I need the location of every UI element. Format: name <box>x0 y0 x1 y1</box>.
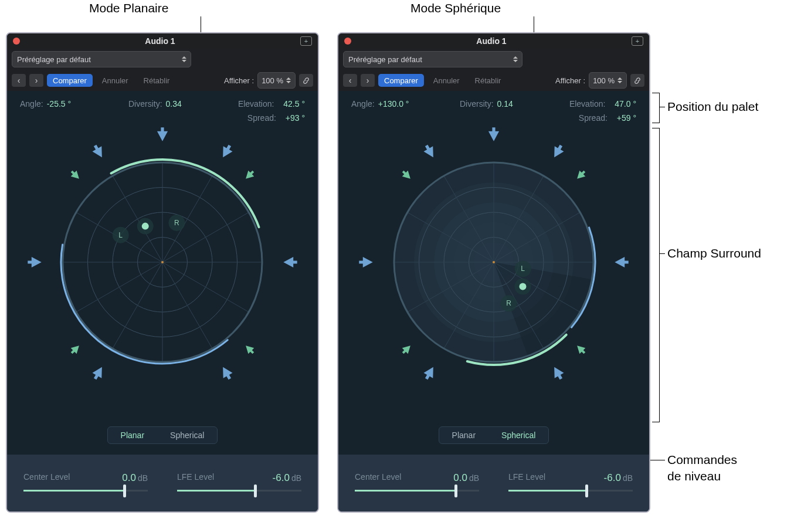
lfe-level-label: LFE Level <box>508 472 545 484</box>
diversity-label: Diversity: <box>128 99 162 109</box>
center-level-unit: dB <box>138 473 148 483</box>
center-level-slider[interactable] <box>355 490 479 492</box>
speaker-icon <box>69 343 82 356</box>
lfe-level-unit: dB <box>623 473 633 483</box>
diversity-value[interactable]: 0.34 <box>166 99 182 109</box>
annotation-bracket <box>652 128 660 422</box>
angle-value[interactable]: +130.0 ° <box>378 99 409 109</box>
svg-point-52 <box>519 283 526 290</box>
toolbar: ‹ › Comparer Annuler Rétablir Afficher :… <box>338 70 649 91</box>
close-icon[interactable] <box>13 38 20 45</box>
center-level-value[interactable]: 0.0 <box>122 472 136 483</box>
speaker-icon <box>283 257 297 267</box>
speaker-icon <box>243 343 256 356</box>
angle-label: Angle: <box>20 99 43 109</box>
compare-button[interactable]: Comparer <box>47 74 93 87</box>
speaker-icon <box>28 257 41 267</box>
window-title: Audio 1 <box>20 36 300 46</box>
show-label: Afficher : <box>224 76 254 85</box>
spread-label: Spread: <box>247 113 276 123</box>
speaker-icon <box>218 364 234 381</box>
angle-value[interactable]: -25.5 ° <box>47 99 71 109</box>
surround-field[interactable]: LR <box>338 127 649 421</box>
prev-button[interactable]: ‹ <box>12 74 26 87</box>
panner-window-planar: Audio 1 + Préréglage par défaut ‹ › Comp… <box>6 32 319 513</box>
cancel-button[interactable]: Annuler <box>427 74 466 87</box>
svg-text:L: L <box>118 231 123 239</box>
annotation-line <box>659 107 665 107</box>
parameter-readout: Angle:-25.5 ° Diversity:0.34 Elevation: … <box>7 91 318 127</box>
close-icon[interactable] <box>344 38 351 45</box>
speaker-icon <box>615 257 628 267</box>
link-icon[interactable] <box>630 74 644 87</box>
surround-field[interactable]: LR <box>7 127 318 421</box>
lfe-level-value[interactable]: -6.0 <box>604 472 621 483</box>
compare-button[interactable]: Comparer <box>378 74 424 87</box>
next-button[interactable]: › <box>29 74 43 87</box>
diversity-value[interactable]: 0.14 <box>497 99 513 109</box>
lfe-level-slider[interactable] <box>177 490 301 492</box>
preset-select[interactable]: Préréglage par défaut <box>343 51 522 67</box>
cancel-button[interactable]: Annuler <box>96 74 134 87</box>
center-level-control: Center Level 0.0dB <box>23 472 148 513</box>
speaker-icon <box>574 168 588 182</box>
mode-toggle: Planar Spherical <box>7 421 318 455</box>
annotation-mode-spherical: Mode Sphérique <box>410 1 501 15</box>
svg-line-11 <box>113 262 162 348</box>
zoom-select[interactable]: 100 % <box>589 72 627 89</box>
level-controls: Center Level 0.0dB LFE Level -6.0dB <box>338 455 649 513</box>
annotation-line <box>659 253 665 254</box>
speaker-icon <box>90 143 106 160</box>
speaker-icon <box>400 168 413 182</box>
speaker-icon <box>422 143 437 160</box>
annotation-surround-field: Champ Surround <box>667 246 761 260</box>
annotation-mode-planar: Mode Planaire <box>89 1 168 15</box>
mode-spherical-button[interactable]: Spherical <box>157 427 217 443</box>
preset-select[interactable]: Préréglage par défaut <box>12 51 191 67</box>
spread-value[interactable]: +59 ° <box>617 113 636 123</box>
elevation-label: Elevation: <box>569 99 605 109</box>
speaker-icon <box>359 257 372 267</box>
annotation-level-controls-1: Commandes <box>667 453 737 467</box>
mode-planar-button[interactable]: Planar <box>439 427 488 443</box>
spread-value[interactable]: +93 ° <box>286 113 305 123</box>
redo-button[interactable]: Rétablir <box>469 74 507 87</box>
svg-text:R: R <box>174 219 179 227</box>
lfe-level-control: LFE Level -6.0dB <box>508 472 633 513</box>
lfe-level-value[interactable]: -6.0 <box>273 472 290 483</box>
prev-button[interactable]: ‹ <box>343 74 357 87</box>
svg-point-17 <box>161 261 164 263</box>
mode-spherical-button[interactable]: Spherical <box>488 427 548 443</box>
add-icon[interactable]: + <box>632 36 643 46</box>
link-icon[interactable] <box>299 74 313 87</box>
next-button[interactable]: › <box>361 74 375 87</box>
elevation-value[interactable]: 47.0 ° <box>615 99 636 109</box>
mode-toggle: Planar Spherical <box>338 421 649 455</box>
speaker-icon <box>400 343 413 356</box>
speaker-icon <box>69 168 82 182</box>
title-bar[interactable]: Audio 1 + <box>338 33 649 49</box>
annotation-line <box>650 460 665 460</box>
add-icon[interactable]: + <box>300 36 312 46</box>
svg-line-15 <box>113 176 162 262</box>
svg-text:L: L <box>521 265 525 273</box>
speaker-icon <box>488 127 499 141</box>
svg-line-8 <box>162 262 249 312</box>
speaker-icon <box>157 127 168 141</box>
speaker-icon <box>422 364 437 381</box>
center-level-value[interactable]: 0.0 <box>453 472 467 483</box>
mode-planar-button[interactable]: Planar <box>108 427 157 443</box>
center-level-control: Center Level 0.0dB <box>355 472 479 513</box>
show-label: Afficher : <box>555 76 585 85</box>
lfe-level-slider[interactable] <box>508 490 633 492</box>
title-bar[interactable]: Audio 1 + <box>7 33 318 49</box>
zoom-select[interactable]: 100 % <box>257 72 296 89</box>
center-level-label: Center Level <box>355 472 401 484</box>
svg-point-46 <box>493 261 495 263</box>
redo-button[interactable]: Rétablir <box>138 74 176 87</box>
speaker-icon <box>218 143 234 160</box>
elevation-value[interactable]: 42.5 ° <box>283 99 305 109</box>
speaker-icon <box>90 364 106 381</box>
center-level-slider[interactable] <box>23 490 148 492</box>
svg-point-23 <box>142 223 149 230</box>
